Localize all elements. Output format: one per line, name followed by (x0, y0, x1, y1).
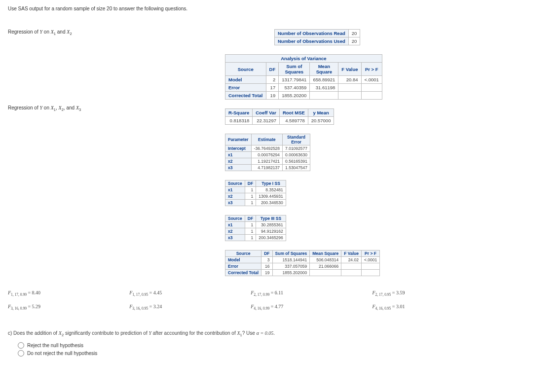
h: DF (245, 180, 256, 187)
h: Pr > F (361, 63, 382, 76)
sub: 2 (70, 32, 72, 36)
txt: and (56, 29, 67, 35)
c: 1.19217421 (251, 158, 282, 165)
c: 658.89921 (310, 76, 338, 84)
c: 200.3465296 (256, 235, 286, 241)
radio-reject[interactable] (18, 342, 24, 349)
sub: 3 (79, 107, 81, 112)
c: 20.84 (338, 76, 361, 84)
fval: F2, 17, 0.99 = 6.11 (251, 290, 283, 297)
r: x1 (225, 152, 252, 158)
sub: 4, 16, 0.95 (375, 306, 391, 311)
r: x3 (225, 235, 245, 241)
txt: after accounting for the contribution of (151, 330, 237, 336)
c: 19 (261, 270, 272, 276)
h: Sum of Squares (272, 250, 310, 257)
c: 2 (266, 76, 279, 84)
c (338, 92, 361, 100)
anova2-table: SourceDFSum of SquaresMean SquareF Value… (225, 250, 380, 276)
c: 19 (266, 92, 279, 100)
c: 1 (245, 200, 256, 206)
c: 1855.20200 (279, 92, 310, 100)
h: Source (225, 250, 261, 257)
c (310, 270, 341, 276)
h: Source (225, 180, 245, 187)
c: 1 (245, 222, 256, 228)
h: MeanSquare (310, 63, 338, 76)
c: 1855.202000 (272, 270, 310, 276)
type3-table: SourceDFType III SS x1130.2855361 x2194.… (225, 215, 286, 241)
c: 1 (245, 235, 256, 241)
sub: 2, 17, 0.99 (254, 292, 269, 297)
c: 537.40359 (279, 84, 310, 92)
fval: F3, 16, 0.95 = 3.24 (129, 304, 162, 311)
txt: c) Does the addition of (8, 330, 59, 336)
question-c-text: c) Does the addition of X2 significantly… (8, 330, 551, 337)
fit-table: R-SquareCoeff VarRoot MSEy Mean 0.818318… (225, 108, 334, 125)
r: x2 (225, 228, 245, 235)
c: 200.346530 (256, 200, 286, 206)
sub: 2 (62, 107, 64, 112)
v: = 3.24 (149, 304, 162, 309)
alpha: α = 0.05 (257, 330, 274, 336)
c: 20.57000 (308, 117, 334, 125)
sub: 2, 17, 0.95 (375, 292, 391, 297)
c: <.0001 (361, 257, 379, 263)
c (341, 263, 362, 270)
v: = 5.29 (28, 304, 40, 309)
c (361, 84, 382, 92)
option-do-not-reject-label: Do not reject the null hypothesis (27, 351, 97, 356)
h: R-Square (225, 109, 253, 117)
c: 1 (245, 228, 256, 235)
r: Error (225, 263, 261, 270)
h: StandardError (283, 134, 310, 145)
v: = 4.77 (271, 304, 284, 309)
c: 1309.445931 (256, 193, 286, 200)
fval: F2, 17, 0.95 = 3.59 (372, 290, 405, 297)
h: Sum ofSquares (279, 63, 310, 76)
txt: ? Use (242, 330, 257, 336)
sub: 4, 16, 0.99 (254, 306, 269, 311)
h: Type I SS (256, 180, 286, 187)
regression-2-label: Regression of Y on X1, X2, and and X3 (8, 105, 205, 112)
sub: 3, 16, 0.99 (11, 306, 27, 311)
c: 21.066066 (310, 263, 341, 270)
param-table: ParameterEstimateStandardError Intercept… (225, 134, 310, 171)
c: -36.76492528 (251, 145, 282, 152)
obs-read-val: 20 (348, 30, 360, 37)
h: Parameter (225, 134, 252, 145)
sub: 3, 16, 0.95 (132, 306, 148, 311)
c: 0.818318 (225, 117, 253, 125)
c (338, 84, 361, 92)
r: x1 (225, 187, 245, 193)
c: 1.53047547 (283, 165, 310, 171)
r: Model (225, 257, 261, 263)
h: Root MSE (279, 109, 308, 117)
r: Intercept (225, 145, 252, 152)
obs-read-label: Number of Observations Read (275, 30, 349, 37)
h: y Mean (308, 109, 334, 117)
fval: F1, 17, 0.99 = 8.40 (8, 290, 40, 297)
c: 16 (261, 263, 272, 270)
c (361, 263, 379, 270)
c: 22.31297 (253, 117, 280, 125)
h: Pr > F (361, 250, 379, 257)
h: Mean Square (310, 250, 341, 257)
txt: . (273, 330, 275, 336)
option-do-not-reject[interactable]: Do not reject the null hypothesis (18, 350, 551, 356)
c: 0.00063630 (283, 152, 310, 158)
c: 1518.144941 (272, 257, 310, 263)
c: 17 (266, 84, 279, 92)
txt: on (42, 105, 51, 110)
option-reject[interactable]: Reject the null hypothesis (18, 342, 551, 349)
sub: 1 (54, 107, 56, 112)
c: 0.56165391 (283, 158, 310, 165)
v: = 8.40 (28, 290, 40, 295)
h: Coeff Var (253, 109, 280, 117)
h: Type III SS (256, 215, 286, 222)
v: = 6.11 (271, 290, 283, 295)
type1-table: SourceDFType I SS x118.352481 x211309.44… (225, 180, 286, 206)
c: 1317.79841 (279, 76, 310, 84)
radio-do-not-reject[interactable] (18, 350, 24, 356)
c: 337.057059 (272, 263, 310, 270)
